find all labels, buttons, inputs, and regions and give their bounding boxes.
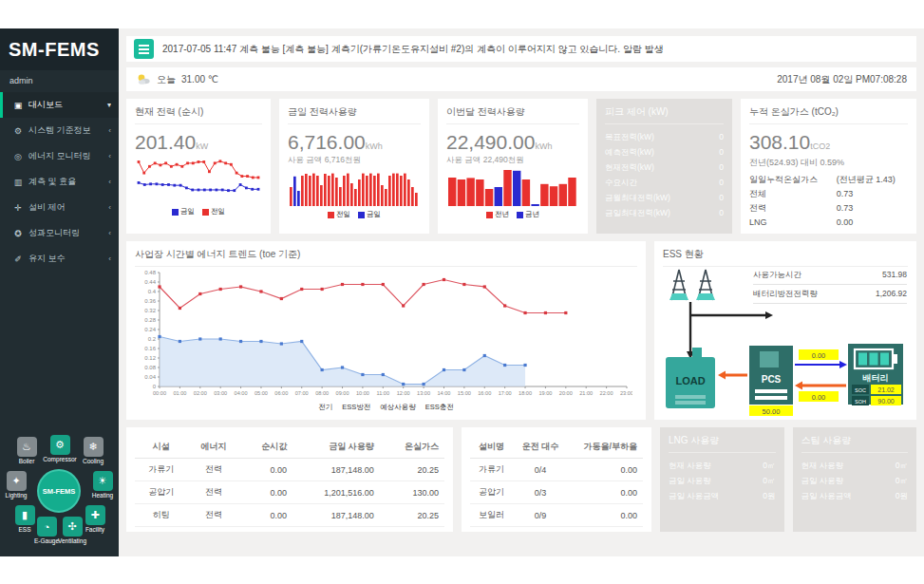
kv-label: 수요시간 <box>605 175 637 190</box>
daily-usage-chart <box>288 166 421 208</box>
menu-label: 계측 및 효율 <box>28 176 76 188</box>
kv-value: 0㎥ <box>763 458 775 473</box>
chart-legend: 금일전일 <box>135 207 262 217</box>
svg-text:02:00: 02:00 <box>194 390 207 396</box>
ghg-row: LNG0.00 <box>749 216 908 230</box>
sidebar-item-1[interactable]: ⚙시스템 기준정보‹ <box>0 118 119 143</box>
svg-text:06:00: 06:00 <box>274 390 288 396</box>
sidebar-item-4[interactable]: ✛설비 제어‹ <box>0 195 119 220</box>
kv-label: 금일 사용금액 <box>801 488 852 503</box>
svg-text:0.32: 0.32 <box>144 308 156 313</box>
chevron-left-icon: ‹ <box>108 178 111 186</box>
svg-text:16:00: 16:00 <box>478 390 491 396</box>
svg-text:0.12: 0.12 <box>144 355 156 361</box>
current-power-value: 201.40kW <box>135 131 262 154</box>
svg-text:21:00: 21:00 <box>579 390 593 396</box>
svg-text:00:00: 00:00 <box>153 390 166 396</box>
column-header: 에너지 <box>187 436 239 459</box>
ghg-card: 누적 온실가스 (tCO₂) 308.10tCO2 전년(524.93) 대비 … <box>741 99 916 234</box>
monthly-usage-card: 이번달 전력사용량 22,490.00kWh 사용 금액 22,490천원 전년… <box>438 99 588 234</box>
card-title: 금일 전력사용량 <box>288 105 421 124</box>
table-row: 가류기전력0.00187,148.0020.25 <box>135 459 444 481</box>
kv-label: 금일 사용금액 <box>669 488 719 503</box>
app-window: SM-FEMS admin ▣대시보드▾⚙시스템 기준정보‹◎에너지 모니터링‹… <box>0 0 924 584</box>
e-gauge-icon: ◔ <box>37 517 57 537</box>
kv-row: 금일 사용금액0원 <box>669 488 776 503</box>
daily-usage-cost: 사용 금액 6,716천원 <box>288 155 421 166</box>
kv-label: 금일최대전력(kW) <box>605 205 670 220</box>
equipment-node-boiler[interactable]: ♨Boiler <box>9 437 44 464</box>
sidebar-item-3[interactable]: ▥계측 및 효율‹ <box>0 169 119 195</box>
equipment-node-heating[interactable]: ☀Heating <box>85 471 120 499</box>
menu-toggle-button[interactable] <box>134 39 154 59</box>
daily-usage-value: 6,716.00kWh <box>288 131 421 154</box>
chevron-left-icon: ‹ <box>108 229 111 237</box>
sidebar-item-0[interactable]: ▣대시보드▾ <box>0 92 119 118</box>
kv-value: 0원 <box>763 488 775 503</box>
equipment-status-cluster: SM-FEMS ♨Boiler⚙Compressor❄Cooling✦Light… <box>0 435 119 549</box>
bottom-row: 시설에너지순시값금일 사용량온실가스가류기전력0.00187,148.0020.… <box>126 427 916 532</box>
equipment-node-ventilating[interactable]: ✣Ventilating <box>55 517 89 544</box>
cooling-icon: ❄ <box>84 437 104 457</box>
kv-label: 현재 사용량 <box>801 458 844 473</box>
svg-text:0.4: 0.4 <box>148 289 157 294</box>
svg-text:0.36: 0.36 <box>144 298 156 304</box>
legend-item: 전년 <box>486 210 509 219</box>
kv-row: 현재 사용량0㎥ <box>801 458 909 473</box>
sidebar-item-5[interactable]: ✪성과모니터링‹ <box>0 220 119 246</box>
legend-item: 전일 <box>328 210 350 219</box>
svg-text:19:00: 19:00 <box>538 390 552 396</box>
equipment-label: Cooling <box>76 458 110 464</box>
column-header: 온실가스 <box>380 436 444 459</box>
ghg-row: 전체0.73 <box>749 187 908 201</box>
kv-value: 0 <box>719 129 724 144</box>
kv-label: 예측전력(kW) <box>605 144 654 160</box>
column-header: 가동율/부하율 <box>568 436 643 459</box>
sidebar-item-2[interactable]: ◎에너지 모니터링‹ <box>0 143 119 169</box>
pcs-label: PCS <box>762 374 782 385</box>
sidebar-item-6[interactable]: ✐유지 보수‹ <box>0 246 119 272</box>
soc-label: SOC <box>855 387 866 393</box>
kv-value: 0원 <box>896 488 908 503</box>
column-header: 설비명 <box>470 436 513 459</box>
kv-label: 현재전력(kW) <box>605 160 654 175</box>
table-row: 공압기전력0.001,201,516.00130.00 <box>135 481 444 504</box>
svg-text:20:00: 20:00 <box>559 390 573 396</box>
svg-text:18:00: 18:00 <box>519 390 532 396</box>
equipment-node-cooling[interactable]: ❄Cooling <box>76 437 110 464</box>
weather-today-label: 오늘 <box>157 73 176 86</box>
svg-text:15:00: 15:00 <box>458 390 471 396</box>
equipment-label: Heating <box>85 492 120 499</box>
daily-usage-card: 금일 전력사용량 6,716.00kWh 사용 금액 6,716천원 전일금일 <box>279 99 429 234</box>
equipment-operation-table: 설비명운전 대수가동율/부하율가류기0/40.00공압기0/30.00보일러0/… <box>470 436 643 527</box>
equipment-label: Compressor <box>43 456 77 462</box>
monthly-usage-value: 22,490.00kWh <box>446 131 579 154</box>
current-datetime: 2017년 08월 02일 PM07:08:28 <box>777 73 907 86</box>
equipment-node-compressor[interactable]: ⚙Compressor <box>43 435 77 462</box>
svg-text:01:00: 01:00 <box>173 390 186 396</box>
equipment-label: Boiler <box>9 458 44 464</box>
svg-text:0.2: 0.2 <box>148 336 157 342</box>
kv-row: 금일최대전력(kW)0 <box>605 205 724 220</box>
column-header: 운전 대수 <box>513 436 568 459</box>
legend-item: ESS충전 <box>425 403 454 412</box>
soh-value: 90.00 <box>877 398 895 405</box>
monthly-usage-chart <box>446 166 579 208</box>
logged-in-user: admin <box>0 70 119 92</box>
charge-flow-value: 0.00 <box>812 351 826 360</box>
monthly-usage-cost: 사용 금액 22,490천원 <box>446 155 579 166</box>
kpi-row: 현재 전력 (순시) 201.40kW 금일전일 금일 전력사용량 6,716.… <box>126 99 916 234</box>
lighting-icon: ✦ <box>7 471 27 491</box>
chevron-left-icon: ‹ <box>108 254 111 263</box>
kv-row: 금일 사용금액0원 <box>801 488 909 503</box>
svg-text:0.28: 0.28 <box>144 317 156 323</box>
kv-value: 0 <box>719 175 724 190</box>
svg-text:0.16: 0.16 <box>144 346 156 351</box>
kv-row: 수요시간0 <box>605 175 724 190</box>
app-logo: SM-FEMS <box>0 28 119 70</box>
equipment-node-lighting[interactable]: ✦Lighting <box>0 471 33 499</box>
heating-icon: ☀ <box>93 471 113 491</box>
ghg-daily-header: 일일누적온실가스(전년평균 1.43) <box>749 173 908 187</box>
kv-row: 현재전력(kW)0 <box>605 160 724 175</box>
menu-label: 성과모니터링 <box>28 227 80 239</box>
